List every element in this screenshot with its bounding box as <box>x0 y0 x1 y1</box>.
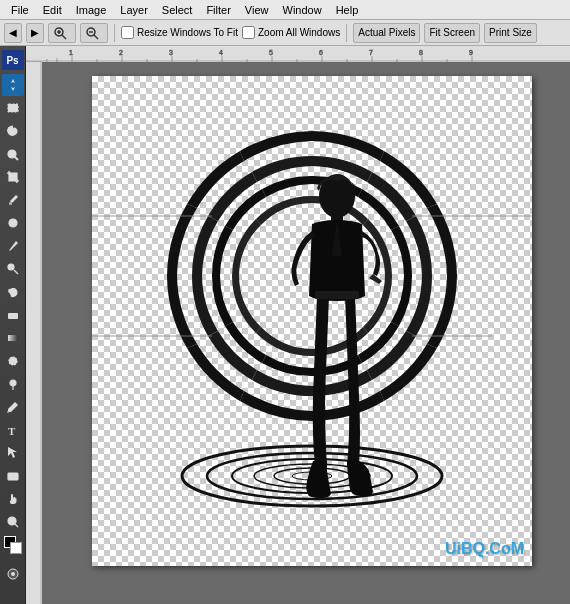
svg-line-5 <box>94 35 98 39</box>
workspace[interactable]: UiBQ.CoM <box>42 62 570 604</box>
svg-text:5: 5 <box>269 49 273 56</box>
svg-text:6: 6 <box>319 49 323 56</box>
blur-tool[interactable] <box>2 350 24 372</box>
svg-rect-8 <box>8 104 18 112</box>
svg-line-26 <box>15 524 18 527</box>
main-area: Ps <box>0 46 570 604</box>
quick-mask-tool[interactable] <box>2 563 24 585</box>
svg-point-25 <box>8 517 16 525</box>
svg-point-21 <box>7 411 9 413</box>
path-select-tool[interactable] <box>2 442 24 464</box>
svg-text:T: T <box>8 425 16 437</box>
ps-logo: Ps <box>2 50 24 70</box>
type-tool[interactable]: T <box>2 419 24 441</box>
hand-tool[interactable] <box>2 488 24 510</box>
svg-rect-43 <box>315 291 359 299</box>
separator-1 <box>114 24 115 42</box>
zoom-all-windows-checkbox[interactable]: Zoom All Windows <box>242 26 340 39</box>
gradient-tool[interactable] <box>2 327 24 349</box>
history-brush-tool[interactable] <box>2 281 24 303</box>
menu-image[interactable]: Image <box>69 2 114 18</box>
svg-point-18 <box>9 357 17 365</box>
menu-layer[interactable]: Layer <box>113 2 155 18</box>
svg-rect-17 <box>8 335 18 341</box>
svg-text:1: 1 <box>69 49 73 56</box>
svg-point-19 <box>10 380 16 386</box>
menu-bar: File Edit Image Layer Select Filter View… <box>0 0 570 20</box>
zoom-out-btn[interactable] <box>80 23 108 43</box>
zoom-tool[interactable] <box>2 511 24 533</box>
svg-text:2: 2 <box>119 49 123 56</box>
zoom-in-btn[interactable] <box>48 23 76 43</box>
separator-2 <box>346 24 347 42</box>
options-bar: ◀ ▶ Resize Windows To Fit Zoom All Windo… <box>0 20 570 46</box>
svg-point-9 <box>8 150 16 158</box>
canvas-document[interactable]: UiBQ.CoM <box>92 76 532 566</box>
svg-point-15 <box>8 264 14 270</box>
svg-rect-11 <box>9 202 12 205</box>
menu-view[interactable]: View <box>238 2 276 18</box>
menu-window[interactable]: Window <box>276 2 329 18</box>
dodge-tool[interactable] <box>2 373 24 395</box>
resize-windows-checkbox[interactable]: Resize Windows To Fit <box>121 26 238 39</box>
svg-text:4: 4 <box>219 49 223 56</box>
svg-marker-7 <box>11 79 15 91</box>
menu-select[interactable]: Select <box>155 2 200 18</box>
eraser-tool[interactable] <box>2 304 24 326</box>
svg-point-28 <box>11 572 15 576</box>
color-swatches[interactable] <box>2 534 24 562</box>
menu-filter[interactable]: Filter <box>199 2 237 18</box>
svg-rect-24 <box>8 473 18 480</box>
healing-brush-tool[interactable] <box>2 212 24 234</box>
fit-screen-btn[interactable]: Fit Screen <box>424 23 480 43</box>
navigate-right-btn[interactable]: ▶ <box>26 23 44 43</box>
eyedropper-tool[interactable] <box>2 189 24 211</box>
svg-text:8: 8 <box>419 49 423 56</box>
svg-marker-23 <box>8 447 17 458</box>
svg-line-10 <box>15 157 18 160</box>
clone-stamp-tool[interactable] <box>2 258 24 280</box>
menu-edit[interactable]: Edit <box>36 2 69 18</box>
menu-help[interactable]: Help <box>329 2 366 18</box>
svg-rect-44 <box>26 62 42 604</box>
ruler-left-svg <box>26 62 42 604</box>
svg-text:9: 9 <box>469 49 473 56</box>
ruler-top-svg: 1 2 3 4 5 6 7 8 9 <box>42 46 570 62</box>
svg-text:3: 3 <box>169 49 173 56</box>
print-size-btn[interactable]: Print Size <box>484 23 537 43</box>
toolbar: Ps <box>0 46 26 604</box>
svg-line-1 <box>62 35 66 39</box>
svg-text:7: 7 <box>369 49 373 56</box>
artwork-content <box>92 76 532 566</box>
actual-pixels-btn[interactable]: Actual Pixels <box>353 23 420 43</box>
menu-file[interactable]: File <box>4 2 36 18</box>
brush-tool[interactable] <box>2 235 24 257</box>
canvas-area: // Will be drawn via JS below <box>26 46 570 604</box>
pen-tool[interactable] <box>2 396 24 418</box>
shape-tool[interactable] <box>2 465 24 487</box>
navigate-left-btn[interactable]: ◀ <box>4 23 22 43</box>
svg-rect-16 <box>8 313 18 319</box>
crop-tool[interactable] <box>2 166 24 188</box>
move-tool[interactable] <box>2 74 24 96</box>
lasso-tool[interactable] <box>2 120 24 142</box>
marquee-tool[interactable] <box>2 97 24 119</box>
quick-select-tool[interactable] <box>2 143 24 165</box>
